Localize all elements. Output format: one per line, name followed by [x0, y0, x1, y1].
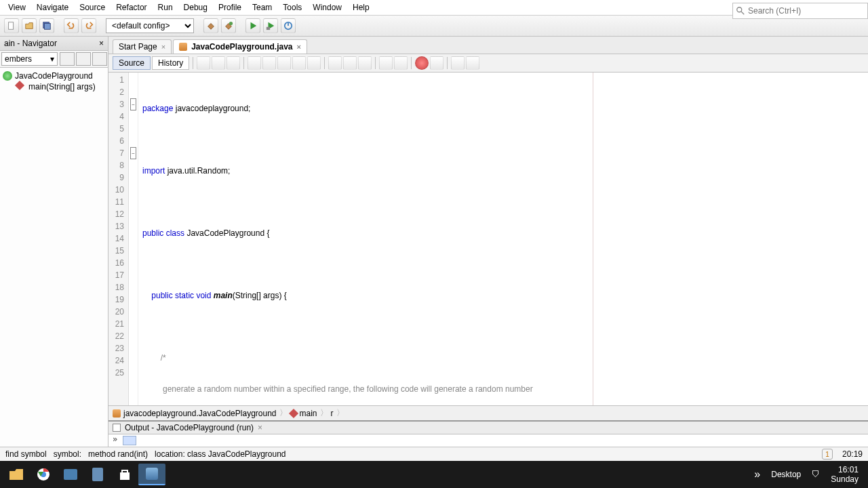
profile-button[interactable] — [281, 18, 296, 33]
tree-node-method-label: main(String[] args) — [28, 82, 96, 92]
tree-node-class[interactable]: JavaCodePlayground — [3, 70, 105, 81]
chevron-right-icon: 〉 — [320, 407, 328, 419]
navigator-panel: ain - Navigator × embers▾ JavaCodePlaygr… — [0, 37, 108, 447]
tab-start-page[interactable]: Start Page × — [113, 39, 172, 54]
tray-chevron-icon[interactable]: » — [754, 468, 760, 481]
editor-btn-1[interactable] — [197, 56, 210, 70]
tray-network-icon[interactable]: ⛉ — [812, 470, 820, 479]
output-tab[interactable]: Output - JavaCodePlayground (run) × — [108, 422, 868, 434]
nav-filter-button[interactable] — [60, 52, 75, 66]
menu-view[interactable]: View — [3, 1, 31, 14]
method-icon — [15, 81, 24, 90]
editor-btn-9[interactable] — [328, 56, 342, 70]
build-button[interactable] — [203, 18, 218, 33]
new-file-button[interactable] — [4, 18, 19, 33]
editor-btn-16[interactable] — [451, 56, 465, 70]
tray-clock[interactable]: 16:01 Sunday — [831, 465, 859, 484]
debug-button[interactable] — [263, 18, 278, 33]
editor-btn-7[interactable] — [292, 56, 306, 70]
system-tray: » Desktop ⛉ 16:01 Sunday — [754, 465, 865, 484]
menu-refactor[interactable]: Refactor — [111, 1, 152, 14]
output-icon — [113, 424, 121, 432]
chevron-right-icon: 〉 — [279, 407, 288, 419]
tree-node-class-label: JavaCodePlayground — [15, 71, 93, 81]
open-button[interactable] — [22, 18, 37, 33]
taskbar-store[interactable] — [111, 464, 138, 485]
svg-rect-2 — [9, 22, 14, 30]
undo-button[interactable] — [64, 18, 79, 33]
margin-guide — [593, 73, 593, 405]
editor-btn-12[interactable] — [379, 56, 393, 70]
save-all-button[interactable] — [39, 18, 54, 33]
breadcrumb-class[interactable]: javacodeplayground.JavaCodePlayground — [113, 409, 277, 418]
code-editor[interactable]: 1234567891011121314151617181920212223242… — [108, 73, 868, 405]
close-icon[interactable]: × — [161, 43, 165, 51]
fold-icon[interactable]: − — [130, 98, 136, 110]
tree-node-method[interactable]: main(String[] args) — [3, 81, 105, 92]
tab-java-file[interactable]: JavaCodePlayground.java × — [173, 39, 307, 54]
editor-btn-13[interactable] — [394, 56, 408, 70]
menu-run[interactable]: Run — [153, 1, 178, 14]
menu-source[interactable]: Source — [74, 1, 111, 14]
tray-desktop-label[interactable]: Desktop — [771, 470, 801, 479]
history-view-tab[interactable]: History — [152, 56, 189, 70]
editor-btn-3[interactable] — [226, 56, 240, 70]
editor-btn-8[interactable] — [307, 56, 321, 70]
code-content[interactable]: package javacodeplayground; import java.… — [138, 73, 868, 405]
svg-rect-4 — [45, 24, 51, 30]
notification-badge[interactable]: 1 — [822, 449, 833, 460]
redo-button[interactable] — [81, 18, 96, 33]
editor-btn-11[interactable] — [358, 56, 372, 70]
java-icon — [113, 409, 121, 418]
svg-line-1 — [741, 12, 744, 14]
editor-btn-4[interactable] — [248, 56, 261, 70]
taskbar-file-explorer[interactable] — [3, 464, 30, 485]
menu-bar: View Navigate Source Refactor Run Debug … — [0, 0, 868, 16]
taskbar-app-2[interactable] — [84, 464, 111, 485]
clean-build-button[interactable] — [221, 18, 236, 33]
tab-start-page-label: Start Page — [119, 42, 157, 52]
output-panel: Output - JavaCodePlayground (run) × » — [108, 420, 868, 447]
menu-window[interactable]: Window — [307, 1, 347, 14]
breadcrumb-var[interactable]: r — [331, 409, 334, 418]
menu-help[interactable]: Help — [347, 1, 375, 14]
close-icon[interactable]: × — [258, 423, 262, 432]
cursor-position: 20:19 — [842, 449, 863, 459]
editor-btn-10[interactable] — [343, 56, 357, 70]
breadcrumb-method[interactable]: main — [290, 409, 317, 418]
tab-java-file-label: JavaCodePlayground.java — [191, 42, 292, 52]
search-box[interactable] — [732, 3, 868, 19]
close-icon[interactable]: × — [297, 43, 301, 51]
editor-btn-2[interactable] — [212, 56, 225, 70]
editor-btn-17[interactable] — [466, 56, 479, 70]
members-dropdown[interactable]: embers▾ — [1, 52, 58, 66]
search-input[interactable] — [748, 6, 865, 16]
fold-icon[interactable]: − — [130, 147, 136, 159]
menu-tools[interactable]: Tools — [277, 1, 307, 14]
nav-sort-button[interactable] — [76, 52, 91, 66]
editor-btn-14[interactable] — [415, 56, 429, 70]
menu-navigate[interactable]: Navigate — [31, 1, 74, 14]
breadcrumb-bar: javacodeplayground.JavaCodePlayground 〉 … — [108, 405, 868, 420]
editor-btn-6[interactable] — [277, 56, 291, 70]
navigator-toolbar: embers▾ — [0, 51, 108, 68]
config-select[interactable]: <default config> — [106, 18, 194, 33]
editor-btn-5[interactable] — [262, 56, 276, 70]
taskbar-netbeans[interactable] — [138, 464, 165, 485]
menu-team[interactable]: Team — [247, 1, 277, 14]
menu-debug[interactable]: Debug — [178, 1, 213, 14]
source-view-tab[interactable]: Source — [113, 56, 151, 70]
editor-btn-15[interactable] — [430, 56, 443, 70]
taskbar-chrome[interactable] — [30, 464, 57, 485]
nav-options-button[interactable] — [92, 52, 107, 66]
status-bar: find symbol symbol: method rand(int) loc… — [0, 447, 868, 461]
editor-toolbar: Source History — [108, 54, 868, 73]
taskbar-app-1[interactable] — [57, 464, 84, 485]
svg-rect-6 — [267, 27, 270, 30]
running-indicator — [123, 436, 136, 445]
menu-profile[interactable]: Profile — [213, 1, 247, 14]
close-icon[interactable]: × — [99, 39, 104, 48]
svg-point-0 — [737, 7, 742, 12]
output-tab-label: Output - JavaCodePlayground (run) — [125, 423, 254, 432]
run-button[interactable] — [245, 18, 260, 33]
